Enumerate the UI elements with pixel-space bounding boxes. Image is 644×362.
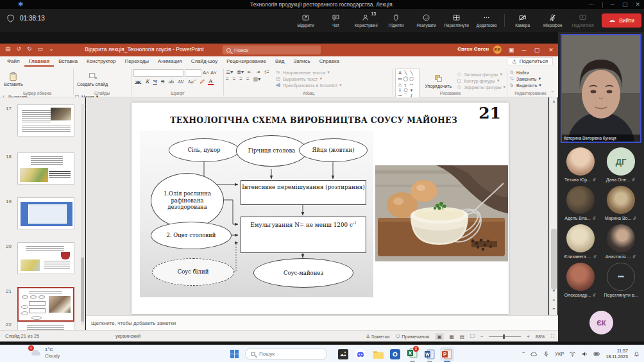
ppt-minimize-button[interactable]: ─ [517, 44, 531, 56]
font-color-button[interactable]: A [208, 78, 214, 85]
camera-button[interactable]: Камера [507, 9, 538, 32]
account-name[interactable]: Євген Євген [457, 46, 489, 52]
strikethrough-button[interactable]: S [160, 79, 165, 85]
tray-mic-icon[interactable] [543, 350, 550, 358]
tab-design[interactable]: Конструктор [82, 56, 121, 67]
redo-icon[interactable]: ↻ [27, 45, 32, 52]
shape-oval[interactable]: ◯ [403, 76, 409, 81]
convert-smartart-button[interactable]: Преобразовать в SmartArt ▾ [276, 83, 341, 88]
window-maximize-button[interactable]: ▢ [622, 1, 628, 8]
taskbar-app-excel[interactable]: 2 [405, 347, 419, 361]
ppt-share-button[interactable]: Поделиться [507, 57, 553, 65]
leave-button[interactable]: Вийти [602, 13, 641, 28]
slide-canvas[interactable]: ТЕХНОЛОГІЧНА СХЕМА ВИРОБНИЦТВА СОУСУ МАЙ… [131, 103, 509, 314]
indent-increase-button[interactable]: ⇥ [256, 69, 260, 75]
slide-sorter-icon[interactable]: ▦ [450, 334, 454, 340]
notes-toggle[interactable]: ≜ Заметки [366, 334, 389, 340]
shape-line[interactable]: ╲ [403, 70, 409, 76]
microphone-button[interactable]: Мікрофон [538, 9, 568, 32]
customize-qat-icon[interactable]: ⌄ [49, 45, 54, 52]
window-more-button[interactable]: ⋯ [589, 1, 595, 8]
battery-icon[interactable] [593, 350, 600, 358]
bullets-button[interactable]: ☰▾ [226, 69, 233, 75]
slide-counter[interactable]: Слайд 21 из 25 [5, 333, 39, 339]
tray-chevron-icon[interactable]: ⌃ [521, 351, 526, 357]
participant-cell[interactable]: Єлизавета ... [561, 224, 600, 259]
more-options-button[interactable]: Додатково [471, 9, 502, 32]
shape-rect[interactable]: ▭ [397, 76, 403, 81]
underline-button[interactable]: Ч [152, 79, 158, 85]
taskbar-app-word[interactable] [423, 347, 437, 361]
normal-view-icon[interactable]: ▣ [435, 333, 443, 340]
char-spacing-button[interactable]: A︎V [176, 79, 185, 85]
participant-cell[interactable]: Адєль Вла... [561, 186, 600, 220]
text-direction-button[interactable]: Направление текста ▾ [276, 70, 341, 75]
zoom-in-icon[interactable]: + [527, 334, 529, 340]
slide-thumbnail-18[interactable] [17, 152, 74, 185]
shape-outline-button[interactable]: Контур фигуры ▾ [457, 78, 505, 83]
indent-decrease-button[interactable]: ⇤ [248, 69, 252, 75]
shape-textbox[interactable]: A [397, 70, 403, 76]
save-icon[interactable]: ▤ [5, 45, 11, 52]
previous-slide-icon[interactable]: ⏶ [550, 296, 558, 304]
paste-button[interactable]: Вставить [1, 67, 26, 91]
ppt-search-box[interactable]: Поиск [223, 45, 321, 54]
language-switcher[interactable]: УКР [555, 351, 564, 357]
slide-thumbnail-21-selected[interactable] [17, 287, 74, 322]
slide-thumbnail-22[interactable] [17, 322, 74, 330]
fit-slide-icon[interactable]: ⛶ [551, 333, 554, 340]
taskbar-search-input[interactable] [259, 351, 317, 357]
taskbar-app-media[interactable] [388, 347, 402, 361]
columns-button[interactable]: ▥▾ [253, 76, 261, 82]
tab-help[interactable]: Справка [315, 56, 344, 67]
scroll-down-icon[interactable]: ▼ [550, 287, 558, 295]
tab-insert[interactable]: Вставка [54, 56, 82, 67]
taskbar-app-powerpoint[interactable] [440, 347, 454, 361]
tab-record[interactable]: Запись [289, 56, 314, 67]
taskbar-app-explorer[interactable] [371, 347, 385, 361]
tab-file[interactable]: Файл [3, 56, 24, 67]
share-screen-button[interactable]: Поділитися [568, 9, 598, 32]
editor-scrollbar[interactable]: ▲ ▼ ⏶ ⏷ [549, 97, 557, 315]
participant-cell[interactable]: Анастасія ... [602, 224, 640, 259]
arrange-button[interactable]: Упорядочить [423, 69, 453, 93]
numbering-button[interactable]: ≣▾ [237, 69, 244, 75]
shape-effects-button[interactable]: Эффекты фигуры ▾ [457, 85, 505, 90]
ppt-restore-button[interactable]: ▢ [530, 44, 544, 56]
participant-cell[interactable]: ДГ Дана Оле... [602, 147, 640, 182]
taskbar-search[interactable] [245, 348, 327, 360]
presenter-video[interactable]: Катерина Вікторівна Куниця [561, 34, 641, 143]
self-avatar[interactable]: ЄК [589, 311, 613, 334]
participant-cell[interactable]: Марина Во... [602, 186, 640, 220]
participants-button[interactable]: 13 Користувачі [351, 9, 381, 32]
start-button[interactable] [230, 349, 239, 359]
wifi-icon[interactable] [569, 350, 576, 358]
highlight-button[interactable]: 🖉 [199, 79, 207, 85]
font-name-box[interactable] [133, 69, 183, 77]
ribbon-options-button[interactable]: ▣ [504, 44, 518, 56]
taskbar-app-photos[interactable] [336, 347, 350, 361]
grow-font-button[interactable]: A˄ [203, 70, 209, 76]
view-all-participants[interactable]: ••• Переглянути в... [602, 263, 640, 297]
shape-arrow-right[interactable]: ⇨ [409, 81, 414, 87]
zoom-slider[interactable] [489, 336, 521, 337]
clock[interactable]: 11:5718.11.2023 [606, 349, 628, 360]
shape-arrow-line[interactable]: ╲ [409, 70, 414, 76]
window-minimize-button[interactable]: ─ [611, 1, 614, 8]
speaker-icon[interactable] [581, 350, 588, 358]
align-center-button[interactable]: ≡ [233, 76, 236, 82]
tab-view[interactable]: Вид [271, 56, 289, 67]
notifications-bell-icon[interactable] [633, 350, 640, 358]
comments-toggle[interactable]: 🗩 Примечания [396, 334, 430, 340]
participant-cell[interactable]: Олександр... [561, 263, 600, 297]
tab-home[interactable]: Главная [24, 56, 55, 67]
react-button[interactable]: Реагувати [411, 9, 441, 32]
tab-review[interactable]: Рецензирование [222, 56, 271, 67]
select-button[interactable]: Выделить ▾ [509, 83, 541, 88]
raise-hand-button[interactable]: Підняти [381, 9, 411, 32]
find-button[interactable]: Найти [509, 70, 541, 75]
tab-slideshow[interactable]: Слайд-шоу [187, 56, 222, 67]
slide-thumbnail-19[interactable] [17, 197, 74, 229]
slideshow-view-icon[interactable]: 🖵 [470, 333, 475, 340]
weather-widget[interactable]: 1 1°CCloudy [31, 347, 60, 359]
